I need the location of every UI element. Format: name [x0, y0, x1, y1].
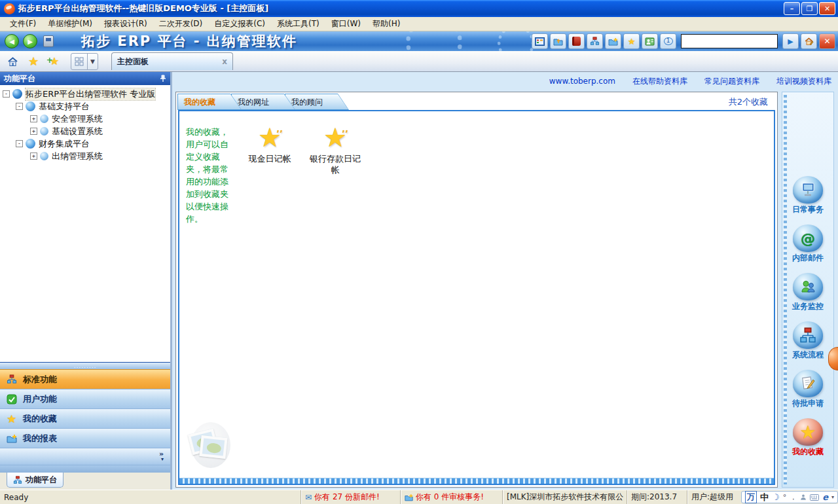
- ime-wan-icon[interactable]: 万: [745, 491, 757, 503]
- sidebar-splitter[interactable]: .........: [0, 362, 170, 369]
- status-bar: Ready ✉ 你有 27 份新邮件! 你有 0 件审核事务! [MLK]深圳市…: [0, 490, 838, 504]
- status-mail[interactable]: ✉ 你有 27 份新邮件!: [301, 490, 401, 504]
- menu-system-tools[interactable]: 系统工具(T): [271, 17, 325, 31]
- menu-help[interactable]: 帮助(H): [367, 17, 406, 31]
- tab-function-platform[interactable]: 功能平台: [7, 473, 64, 488]
- menu-document-maintain[interactable]: 单据维护(M): [42, 17, 98, 31]
- tree-node-label: 财务集成平台: [39, 138, 90, 150]
- tree-node-base-platform[interactable]: - 基础支持平台: [0, 100, 170, 113]
- menu-secondary-dev[interactable]: 二次开发(D): [153, 17, 209, 31]
- menu-window[interactable]: 窗口(W): [325, 17, 367, 31]
- menu-custom-report[interactable]: 自定义报表(C): [208, 17, 271, 31]
- tab-main-panel[interactable]: 主控面板 x: [111, 52, 233, 70]
- quick-item-label: 业务监控: [792, 301, 824, 312]
- quick-item-internal-mail[interactable]: @ 内部邮件: [792, 225, 824, 264]
- tree-node-security-system[interactable]: + 安全管理系统: [0, 113, 170, 125]
- favorite-item-cash-journal[interactable]: ★ 现金日记帐: [242, 123, 298, 175]
- tree-expand-toggle[interactable]: +: [30, 128, 37, 135]
- help-links-row: www.toberp.com 在线帮助资料库 常见问题资料库 培训视频资料库: [172, 72, 838, 90]
- ime-punctuation-icon[interactable]: ，: [790, 492, 797, 502]
- tree-node-label: 基础设置系统: [52, 126, 103, 137]
- pin-icon[interactable]: [160, 75, 166, 82]
- home-page-button[interactable]: [801, 33, 817, 49]
- ime-chinese-icon[interactable]: 中: [760, 492, 769, 503]
- sidebar-button-standard-functions[interactable]: 标准功能: [0, 369, 170, 389]
- window-title: 拓步ERP平台出纳管理软件--热键旧版DEMO专业版 - [主控面板]: [18, 3, 268, 14]
- tab-my-urls-label: 我的网址: [238, 97, 269, 108]
- ime-fullwidth-icon[interactable]: °: [783, 493, 787, 501]
- people-icon: [793, 273, 823, 300]
- run-button[interactable]: ▶: [782, 33, 799, 49]
- contacts-button[interactable]: [642, 33, 658, 49]
- add-favorite-icon: ★+: [50, 55, 59, 67]
- quick-item-daily-tasks[interactable]: 日常事务: [792, 176, 824, 215]
- title-bar: 拓步ERP平台出纳管理软件--热键旧版DEMO专业版 - [主控面板] – ❐ …: [0, 0, 838, 17]
- back-button[interactable]: ◀: [5, 34, 19, 48]
- forward-button[interactable]: ▶: [23, 34, 37, 48]
- favorite-item-bank-journal[interactable]: ★ 银行存款日记帐: [307, 123, 363, 175]
- new-folder-button[interactable]: [605, 33, 621, 49]
- grid-layout-icon: [71, 57, 87, 66]
- tree-node-label: 安全管理系统: [52, 113, 103, 125]
- link-faq[interactable]: 常见问题资料库: [704, 76, 759, 87]
- link-training-videos[interactable]: 培训视频资料库: [776, 76, 831, 87]
- favorites-button[interactable]: ★: [26, 54, 41, 69]
- dropdown-arrow-icon[interactable]: ▼: [87, 54, 98, 69]
- menu-file[interactable]: 文件(F): [4, 17, 42, 31]
- mail-icon: ✉: [305, 493, 312, 502]
- tree-expand-toggle[interactable]: -: [16, 140, 23, 147]
- play-icon: ▶: [788, 37, 793, 46]
- tree-node-cashier-system[interactable]: + 出纳管理系统: [0, 150, 170, 162]
- link-website[interactable]: www.toberp.com: [549, 77, 615, 86]
- add-favorite-button[interactable]: ★+: [47, 54, 62, 69]
- org-chart-button[interactable]: [587, 33, 603, 49]
- org-chart-icon: [7, 374, 17, 384]
- form-view-button[interactable]: [532, 33, 548, 49]
- quick-item-business-monitor[interactable]: 业务监控: [792, 273, 824, 312]
- tree-node-root[interactable]: - 拓步ERP平台出纳管理软件 专业版: [0, 88, 170, 100]
- tree-expand-toggle[interactable]: -: [3, 90, 10, 98]
- favorite-button[interactable]: ★: [623, 33, 640, 49]
- tree-expand-toggle[interactable]: -: [16, 103, 23, 110]
- quick-item-label: 日常事务: [792, 204, 824, 215]
- sidebar-button-my-reports[interactable]: 我的报表: [0, 428, 170, 448]
- quick-item-pending-approvals[interactable]: 待批申请: [792, 370, 824, 409]
- ime-dropdown-icon[interactable]: ▾: [831, 494, 834, 500]
- menu-report-design[interactable]: 报表设计(R): [98, 17, 153, 31]
- ime-moon-icon[interactable]: ☽: [772, 492, 780, 502]
- tree-node-finance-platform[interactable]: - 财务集成平台: [0, 137, 170, 150]
- language-bar[interactable]: 万 中 ☽ ° ， e ▾: [741, 491, 838, 503]
- ime-options-icon[interactable]: e: [822, 492, 828, 502]
- restore-button[interactable]: ❐: [801, 2, 818, 15]
- layout-switch-button[interactable]: ▼: [71, 53, 98, 70]
- command-input[interactable]: [681, 34, 778, 48]
- system-icon: [40, 115, 48, 123]
- tab-my-favorites[interactable]: 我的收藏: [177, 94, 242, 110]
- quick-item-system-flow[interactable]: 系统流程: [792, 321, 824, 361]
- tab-close-icon[interactable]: x: [222, 57, 227, 66]
- star-1-icon: ★: [7, 412, 17, 425]
- gear-decoration: [498, 31, 534, 51]
- ime-keyboard-icon[interactable]: [810, 494, 819, 501]
- sidebar-button-user-functions[interactable]: 用户功能: [0, 389, 170, 408]
- exit-button[interactable]: ✕: [819, 33, 835, 49]
- quick-item-my-favorites[interactable]: ★ 我的收藏: [792, 418, 824, 458]
- close-button[interactable]: ✕: [819, 2, 835, 15]
- folder-up-icon: [553, 37, 563, 46]
- minimize-button[interactable]: –: [784, 2, 800, 15]
- sidebar-collapse-button[interactable]: » ▾: [0, 448, 170, 465]
- address-book-button[interactable]: [568, 33, 585, 49]
- folder-up-button[interactable]: [550, 33, 566, 49]
- home-button[interactable]: [5, 54, 20, 69]
- status-audit[interactable]: 你有 0 件审核事务!: [401, 490, 503, 504]
- ime-person-icon[interactable]: [800, 494, 807, 501]
- link-online-help[interactable]: 在线帮助资料库: [632, 76, 687, 87]
- tree-expand-toggle[interactable]: +: [30, 153, 37, 160]
- status-period: 期间:2013.7: [627, 490, 687, 504]
- help-button[interactable]: 1: [660, 33, 676, 49]
- tree-node-basic-settings[interactable]: + 基础设置系统: [0, 125, 170, 137]
- sidebar-button-my-favorites[interactable]: ★ 我的收藏: [0, 408, 170, 428]
- home-edit-icon: [804, 37, 814, 46]
- tree-expand-toggle[interactable]: +: [30, 115, 37, 122]
- tree-node-label: 出纳管理系统: [52, 151, 103, 162]
